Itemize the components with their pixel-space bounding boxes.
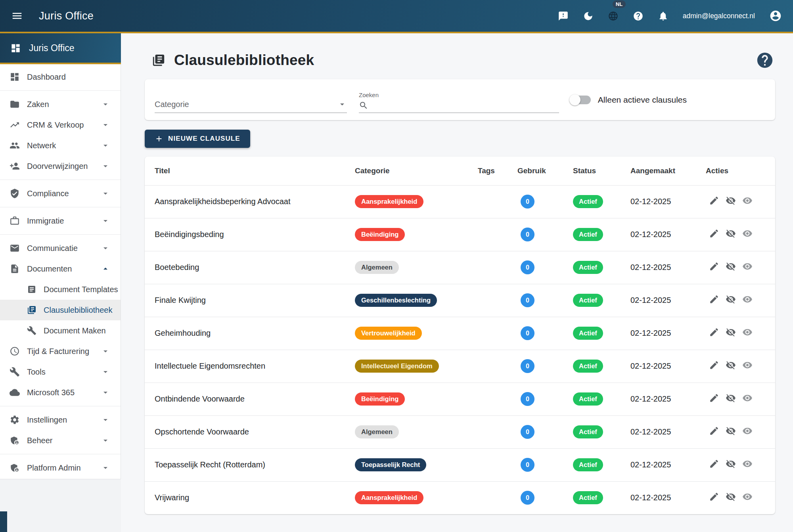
- brand-grid-icon: [10, 43, 21, 54]
- column-header-tags: Tags: [478, 157, 517, 185]
- user-email[interactable]: admin@legalconnect.nl: [683, 12, 755, 20]
- edit-button[interactable]: [709, 195, 719, 206]
- category-chip: Aansprakelijkheid: [355, 491, 423, 504]
- sidebar-item-tools[interactable]: Tools: [0, 362, 121, 382]
- view-button[interactable]: [742, 426, 753, 436]
- active-only-toggle[interactable]: [571, 96, 591, 104]
- sidebar-item-communicatie[interactable]: Communicatie: [0, 238, 121, 258]
- view-button[interactable]: [742, 393, 753, 403]
- view-button[interactable]: [742, 327, 753, 337]
- column-header-categorie: Categorie: [355, 157, 478, 185]
- sidebar-item-label: Communicatie: [27, 244, 78, 253]
- deactivate-button[interactable]: [726, 294, 736, 304]
- sidebar-item-immigratie[interactable]: Immigratie: [0, 211, 121, 231]
- page-header: Clausulebibliotheek: [121, 33, 793, 75]
- sidebar: Juris Office DashboardZakenCRM & Verkoop…: [0, 33, 121, 532]
- notifications-bell-icon[interactable]: [658, 11, 668, 21]
- sidebar-item-instellingen[interactable]: Instellingen: [0, 410, 121, 430]
- edit-button[interactable]: [709, 393, 719, 403]
- deactivate-button[interactable]: [726, 195, 736, 206]
- clause-title: Toepasselijk Recht (Rotterdam): [155, 460, 265, 469]
- sidebar-item-documenten[interactable]: Documenten: [0, 258, 121, 279]
- deactivate-button[interactable]: [726, 261, 736, 272]
- status-badge: Actief: [573, 392, 603, 406]
- sidebar-item-label: Documenten: [27, 264, 72, 274]
- sidebar-item-compliance[interactable]: Compliance: [0, 183, 121, 204]
- admin-shield-icon: [10, 435, 20, 446]
- sidebar-item-dashboard[interactable]: Dashboard: [0, 67, 121, 87]
- edit-button[interactable]: [709, 261, 719, 272]
- sidebar-item-netwerk[interactable]: Netwerk: [0, 135, 121, 156]
- edit-button[interactable]: [709, 459, 719, 469]
- edit-button[interactable]: [709, 327, 719, 337]
- view-button[interactable]: [742, 360, 753, 370]
- toggle-thumb: [569, 94, 580, 105]
- usage-badge: 0: [521, 392, 534, 406]
- status-badge: Actief: [573, 458, 603, 471]
- table-row: GeheimhoudingVertrouwelijkheid0Actief02-…: [145, 317, 775, 350]
- sidebar-item-microsoft-365[interactable]: Microsoft 365: [0, 382, 121, 403]
- eye-off-icon: [726, 426, 736, 436]
- sidebar-item-label: Instellingen: [27, 415, 67, 425]
- eye-icon: [742, 327, 753, 337]
- clock-icon: [10, 346, 20, 356]
- sidebar-brand-label: Juris Office: [29, 43, 75, 54]
- edit-button[interactable]: [709, 228, 719, 239]
- view-button[interactable]: [742, 294, 753, 304]
- chevron-down-icon: [101, 367, 110, 377]
- account-avatar-icon[interactable]: [769, 10, 782, 22]
- view-button[interactable]: [742, 261, 753, 272]
- language-globe-icon[interactable]: NL: [608, 11, 619, 21]
- edit-button[interactable]: [709, 360, 719, 370]
- clause-title: Geheimhouding: [155, 329, 211, 337]
- status-badge: Actief: [573, 294, 603, 307]
- sidebar-item-document-maken[interactable]: Document Maken: [0, 320, 121, 341]
- eye-icon: [742, 228, 753, 239]
- sidebar-item-platform-admin[interactable]: Platform Admin: [0, 457, 121, 478]
- table-row: Finale KwijtingGeschillenbeslechting0Act…: [145, 284, 775, 317]
- created-date: 02-12-2025: [630, 427, 671, 436]
- view-button[interactable]: [742, 228, 753, 239]
- category-select[interactable]: Categorie: [155, 100, 347, 113]
- edit-button[interactable]: [709, 426, 719, 436]
- eye-icon: [742, 195, 753, 206]
- deactivate-button[interactable]: [726, 360, 736, 370]
- deactivate-button[interactable]: [726, 459, 736, 469]
- table-row: BoetebedingAlgemeen0Actief02-12-2025: [145, 251, 775, 284]
- gear-icon: [10, 415, 20, 425]
- view-button[interactable]: [742, 195, 753, 206]
- deactivate-button[interactable]: [726, 228, 736, 239]
- eye-off-icon: [726, 195, 736, 206]
- sidebar-item-zaken[interactable]: Zaken: [0, 94, 121, 115]
- deactivate-button[interactable]: [726, 492, 736, 502]
- deactivate-button[interactable]: [726, 327, 736, 337]
- sidebar-item-clausulebibliotheek[interactable]: Clausulebibliotheek: [0, 300, 121, 320]
- chevron-down-icon: [101, 189, 110, 198]
- view-button[interactable]: [742, 492, 753, 502]
- sidebar-item-beheer[interactable]: Beheer: [0, 430, 121, 451]
- sidebar-item-tijd-facturering[interactable]: Tijd & Facturering: [0, 341, 121, 362]
- edit-button[interactable]: [709, 294, 719, 304]
- search-input[interactable]: [373, 101, 540, 110]
- sidebar-item-doorverwijzingen[interactable]: Doorverwijzingen: [0, 156, 121, 176]
- view-button[interactable]: [742, 459, 753, 469]
- chevron-down-icon: [101, 388, 110, 397]
- edit-button[interactable]: [709, 492, 719, 502]
- page-help-button[interactable]: [756, 51, 774, 69]
- dark-mode-moon-icon[interactable]: [583, 11, 594, 21]
- deactivate-button[interactable]: [726, 393, 736, 403]
- new-clause-button[interactable]: NIEUWE CLAUSULE: [145, 130, 250, 148]
- sidebar-item-crm-verkoop[interactable]: CRM & Verkoop: [0, 115, 121, 135]
- sidebar-item-label: Compliance: [27, 189, 69, 198]
- menu-icon[interactable]: [11, 10, 23, 22]
- created-date: 02-12-2025: [630, 197, 671, 206]
- deactivate-button[interactable]: [726, 426, 736, 436]
- created-date: 02-12-2025: [630, 230, 671, 239]
- language-badge: NL: [613, 0, 626, 8]
- sidebar-item-label: Immigratie: [27, 216, 64, 226]
- sidebar-item-document-templates[interactable]: Document Templates: [0, 279, 121, 300]
- feedback-icon[interactable]: [558, 11, 569, 21]
- chevron-down-icon: [101, 463, 110, 473]
- usage-badge: 0: [521, 293, 534, 307]
- help-icon[interactable]: [633, 11, 644, 21]
